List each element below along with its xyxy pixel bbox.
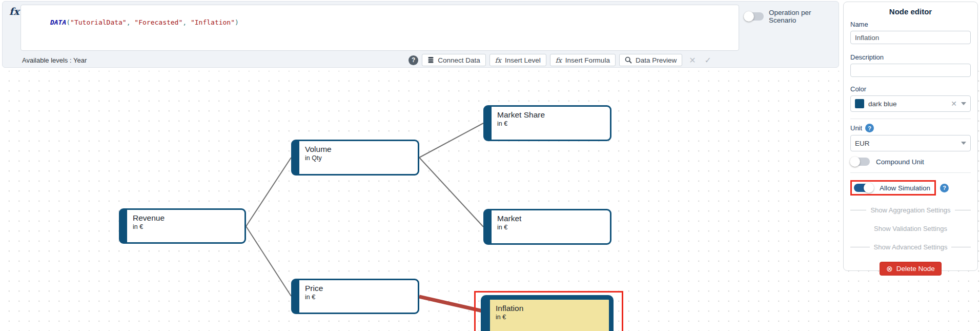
color-value: dark blue [868,100,947,108]
toggle-knob [744,11,754,22]
operation-per-scenario-label: Operation per Scenario [769,9,839,24]
node-volume[interactable]: Volume in Qty [291,140,419,176]
operation-per-scenario-toggle[interactable] [744,12,764,21]
app-window: Revenue in € Volume in Qty Market Share … [0,0,980,331]
link-label: Show Aggregation Settings [870,206,950,214]
divider [850,172,971,173]
chevron-down-icon[interactable] [961,142,966,145]
name-label: Name [850,21,971,28]
node-unit: in € [497,120,606,127]
node-unit: in € [305,294,414,301]
delete-circle-icon: ⊗ [886,265,893,272]
unit-label-row: Unit ? [850,124,971,132]
color-label: Color [850,85,971,93]
panel-title: Node editor [850,7,971,16]
node-label: Market Share [497,110,606,120]
compound-unit-row: Compound Unit [850,158,971,166]
toggle-knob [864,183,874,193]
connect-data-button[interactable]: Connect Data [422,54,486,66]
node-price[interactable]: Price in € [291,279,419,314]
show-advanced-settings-link[interactable]: Show Advanced Settings [850,243,971,251]
node-market-share[interactable]: Market Share in € [483,105,611,141]
description-field[interactable] [850,64,971,77]
operation-per-scenario-row: Operation per Scenario [744,9,839,24]
unit-select[interactable]: EUR [850,135,971,151]
delete-label: Delete Node [896,265,935,272]
unit-label: Unit [850,124,862,132]
cancel-icon[interactable]: ✕ [689,55,696,65]
dash-line [955,210,971,210]
fx-icon: fx [495,56,501,64]
clear-color-icon[interactable]: ✕ [951,100,957,108]
button-label: Insert Formula [565,56,610,64]
confirm-icon[interactable]: ✓ [705,55,711,65]
chevron-down-icon[interactable] [961,102,966,105]
database-icon [427,56,434,64]
magnifier-icon [625,56,632,64]
node-label: Revenue [133,213,240,223]
help-icon[interactable]: ? [409,55,418,65]
divider [850,119,971,119]
color-select[interactable]: dark blue ✕ [850,95,971,112]
node-label: Price [305,284,414,293]
link-label: Show Validation Settings [874,225,947,232]
compound-unit-label: Compound Unit [876,158,924,166]
show-validation-settings-link[interactable]: Show Validation Settings [850,225,971,232]
formula-bar: fx DATA("TutorialData", "Forecasted", "I… [2,1,839,68]
available-levels-text: Available levels : Year [22,56,87,64]
node-market[interactable]: Market in € [483,209,611,245]
node-editor-panel: Node editor Name Description Color dark … [843,2,978,271]
node-unit: in € [496,314,605,321]
dash-line [850,247,870,247]
node-label: Inflation [496,304,605,313]
node-revenue[interactable]: Revenue in € [119,208,246,244]
data-preview-button[interactable]: Data Preview [619,54,682,66]
name-field[interactable] [850,31,971,44]
allow-simulation-toggle[interactable] [854,184,873,192]
description-label: Description [850,53,971,61]
unit-value: EUR [855,140,957,147]
dash-line [951,247,971,247]
node-unit: in Qty [305,154,414,162]
node-inflation-selected[interactable]: Inflation in € [481,295,614,331]
unit-help-icon[interactable]: ? [865,124,874,132]
allow-simulation-row: Allow Simulation ? [850,180,971,196]
show-aggregation-settings-link[interactable]: Show Aggregation Settings [850,206,971,214]
formula-toolbar: Available levels : Year ? Connect Data f… [3,52,839,68]
button-label: Data Preview [636,56,677,64]
toolbar-buttons: ? Connect Data fx Insert Level [409,54,711,66]
delete-row: ⊗ Delete Node [850,262,971,276]
formula-code: DATA("TutorialData", "Forecasted", "Infl… [50,18,239,26]
link-label: Show Advanced Settings [874,243,948,251]
node-label: Market [497,214,606,223]
compound-unit-toggle[interactable] [850,158,870,166]
allow-simulation-highlight-outline: Allow Simulation [850,180,936,196]
fx-icon: fx [9,6,19,17]
toggle-knob [850,157,860,167]
dash-line [850,210,866,210]
color-swatch [855,99,864,108]
allow-simulation-label: Allow Simulation [880,184,930,192]
fx-icon: fx [556,56,562,64]
node-unit: in € [497,224,606,231]
allow-simulation-help-icon[interactable]: ? [940,184,949,192]
button-label: Insert Level [505,56,541,64]
node-unit: in € [133,223,240,230]
insert-formula-button[interactable]: fx Insert Formula [550,54,616,66]
node-label: Volume [305,145,414,154]
insert-level-button[interactable]: fx Insert Level [489,54,546,66]
button-label: Connect Data [438,56,480,64]
delete-node-button[interactable]: ⊗ Delete Node [880,262,942,276]
formula-input[interactable]: DATA("TutorialData", "Forecasted", "Infl… [21,5,739,51]
